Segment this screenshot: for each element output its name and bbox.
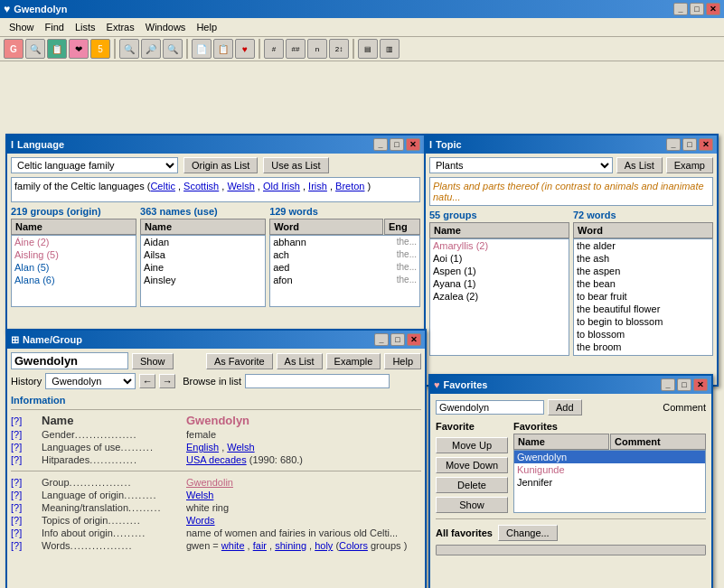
toolbar-btn-16[interactable]: ▤ [358,39,378,59]
lang-maximize[interactable]: □ [390,138,404,151]
delete-favorite-button[interactable]: Delete [436,477,508,493]
menu-help[interactable]: Help [191,20,222,34]
list-item[interactable]: the beautiful flower [574,303,712,315]
menu-extras[interactable]: Extras [101,20,140,34]
favorites-maximize[interactable]: □ [677,378,691,391]
toolbar-btn-3[interactable]: 📋 [47,39,67,59]
list-item[interactable]: Aidan [141,236,265,248]
toolbar-btn-15[interactable]: 2↕ [329,39,349,59]
namegroup-maximize[interactable]: □ [390,333,405,346]
main-window-controls[interactable]: _ □ ✕ [673,3,720,15]
namegroup-close[interactable]: ✕ [407,333,421,346]
toolbar-btn-5[interactable]: 5 [90,39,110,59]
english-link[interactable]: English [186,442,219,453]
topic-close[interactable]: ✕ [699,138,713,151]
scottish-link[interactable]: Scottish [183,181,219,191]
usa-decades-link[interactable]: USA decades [186,454,247,465]
toolbar-btn-1[interactable]: G [4,39,24,59]
fair-link[interactable]: fair [253,540,267,551]
origin-as-list-button[interactable]: Origin as List [183,157,258,173]
history-forward-button[interactable]: → [159,374,175,388]
celtic-link[interactable]: Celtic [150,181,175,191]
toolbar-btn-8[interactable]: 🔍 [163,39,183,59]
hitparades-qmark[interactable]: [?] [11,454,38,465]
list-item[interactable]: Ainsley [141,274,265,286]
toolbar-btn-13[interactable]: ## [286,39,306,59]
list-item[interactable]: the aspen [574,265,712,277]
maximize-button[interactable]: □ [690,3,704,15]
list-item[interactable]: Gwendolyn [514,451,705,463]
list-item[interactable]: to bear fruit [574,290,712,303]
menu-windows[interactable]: Windows [140,20,192,34]
topic-aslist-button[interactable]: As List [616,157,663,173]
history-dropdown[interactable]: Gwendolyn [45,373,136,389]
topic-words-listbox[interactable]: the alder the ash the aspen the bean to … [573,238,713,356]
list-item[interactable]: afonthe... [270,274,419,286]
favorites-listbox[interactable]: Gwendolyn Kunigunde Jennifer [513,450,706,513]
menu-find[interactable]: Find [40,20,70,34]
close-button[interactable]: ✕ [706,3,720,15]
list-item[interactable]: Ayana (1) [430,277,569,290]
move-up-button[interactable]: Move Up [436,437,508,453]
welsh-link3[interactable]: Welsh [186,490,213,500]
horizontal-scrollbar[interactable] [436,545,706,555]
words-link[interactable]: Words [186,515,215,526]
list-item[interactable]: the ash [574,252,712,265]
list-item[interactable]: abhannthe... [270,236,419,248]
list-item[interactable]: Kunigunde [514,463,705,476]
list-item[interactable]: Aspen (1) [430,265,569,277]
language-dropdown[interactable]: Celtic language family [11,157,178,173]
move-down-button[interactable]: Move Down [436,457,508,473]
list-item[interactable]: the bean [574,277,712,290]
name-question-mark[interactable]: [?] [11,415,38,426]
favorite-name-input[interactable] [436,400,544,415]
list-item[interactable]: Alan (5) [12,261,136,274]
gender-qmark[interactable]: [?] [11,429,38,440]
breton-link[interactable]: Breton [335,181,364,191]
list-item[interactable]: Ailsa [141,248,265,261]
namegroup-controls[interactable]: _ □ ✕ [374,333,421,346]
toolbar-btn-2[interactable]: 🔍 [25,39,45,59]
oldirish-link[interactable]: Old Irish [263,181,300,191]
topic-maximize[interactable]: □ [682,138,697,151]
toolbar-btn-12[interactable]: # [264,39,284,59]
namegroup-help-button[interactable]: Help [384,353,421,369]
toolbar-btn-7[interactable]: 🔎 [141,39,161,59]
meaning-qmark[interactable]: [?] [11,502,38,513]
name-show-button[interactable]: Show [132,353,174,369]
as-favorite-button[interactable]: As Favorite [206,353,273,369]
menu-show[interactable]: Show [4,20,40,34]
names-listbox[interactable]: Aidan Ailsa Aine Ainsley [140,235,266,307]
topic-dropdown[interactable]: Plants [429,157,613,173]
list-item[interactable]: Alana (6) [12,274,136,286]
show-favorite-button[interactable]: Show [436,497,508,513]
language-window-controls[interactable]: _ □ ✕ [373,138,420,151]
welsh-link[interactable]: Welsh [227,181,254,191]
holy-link[interactable]: holy [315,540,333,551]
info-origin-qmark[interactable]: [?] [11,527,38,538]
toolbar-btn-9[interactable]: 📄 [192,39,212,59]
gwendolin-link[interactable]: Gwendolin [186,477,233,488]
list-item[interactable]: achthe... [270,248,419,261]
add-favorite-button[interactable]: Add [548,399,582,415]
toolbar-btn-4[interactable]: ❤ [69,39,89,59]
namegroup-example-button[interactable]: Example [326,353,381,369]
use-as-list-button[interactable]: Use as List [263,157,328,173]
list-item[interactable]: Azalea (2) [430,290,569,303]
list-item[interactable]: the broom [574,341,712,353]
list-item[interactable]: Amaryllis (2) [430,239,569,252]
group-qmark[interactable]: [?] [11,477,38,488]
topic-example-button[interactable]: Examp [666,157,713,173]
topic-window-controls[interactable]: _ □ ✕ [666,138,713,151]
namegroup-aslist-button[interactable]: As List [277,353,323,369]
list-item[interactable]: to begin to blossom [574,315,712,328]
words-listbox[interactable]: abhannthe... achthe... aedthe... afonthe… [269,235,420,307]
namegroup-minimize[interactable]: _ [374,333,389,346]
topic-minimize[interactable]: _ [666,138,681,151]
shining-link[interactable]: shining [275,540,306,551]
favorites-controls[interactable]: _ □ ✕ [661,378,708,391]
minimize-button[interactable]: _ [673,3,688,15]
menu-lists[interactable]: Lists [70,20,101,34]
colors-link[interactable]: Colors [339,540,368,551]
toolbar-btn-11[interactable]: ♥ [235,39,255,59]
